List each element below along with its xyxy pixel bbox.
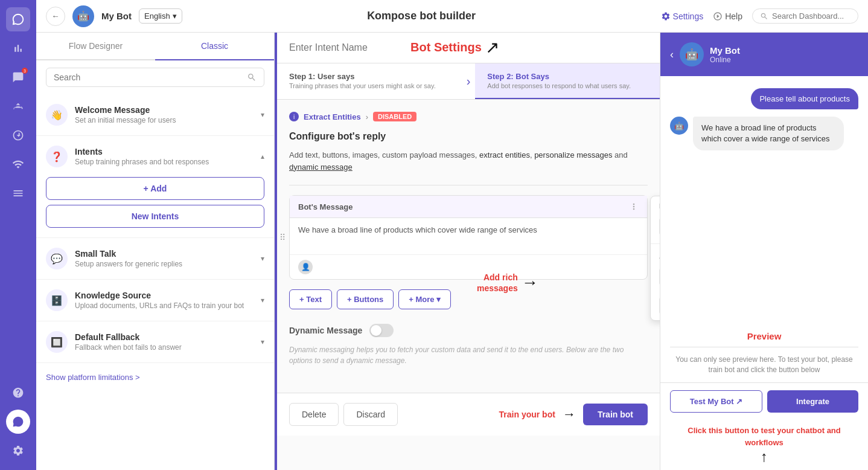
actions-section-label: ACTIONS [651, 246, 660, 262]
test-bot-button[interactable]: Test My Bot ↗ [670, 390, 762, 413]
welcome-section: 👋 Welcome Message Set an initial message… [36, 94, 274, 136]
click-note-area: Click this button to test your chatbot a… [660, 420, 868, 470]
language-select[interactable]: English ▾ [139, 8, 182, 24]
panel-search-input[interactable] [54, 72, 242, 82]
person-row: 👤 [290, 254, 647, 279]
settings-arrow-icon: ↗ [485, 37, 499, 57]
nav-users-icon[interactable] [6, 94, 30, 118]
add-intent-button[interactable]: + Add [46, 177, 264, 200]
extract-entities-link[interactable]: Extract Entities [304, 112, 361, 121]
search-box[interactable] [752, 8, 858, 24]
nav-analytics-icon[interactable] [6, 36, 30, 60]
fallback-title: Default Fallback [75, 332, 254, 342]
fallback-icon: 🔲 [46, 331, 68, 353]
step2-box[interactable]: Step 2: Bot Says Add bot responses to re… [475, 63, 660, 99]
step1-title: Step 1: User says [289, 72, 450, 81]
custom-item[interactable]: </> Custom Custom Payload [651, 291, 660, 320]
nav-logs-icon[interactable] [6, 181, 30, 205]
rich-messages-dropdown: RICH MESSAGES 🖼️ Image Image with captio… [650, 196, 660, 321]
youtube-icon [713, 11, 723, 21]
rich-messages-annot-text: Add richmessages [477, 272, 518, 294]
sidebar-navigation: 3 [0, 0, 36, 470]
panel-search-box[interactable] [46, 68, 264, 87]
middle-panel: Step 1: User says Training phrases that … [275, 33, 660, 470]
nav-builder-icon[interactable] [6, 123, 30, 147]
search-input[interactable] [772, 11, 850, 21]
preview-back-icon[interactable]: ‹ [670, 48, 674, 61]
help-button[interactable]: Help [713, 11, 742, 21]
image-icon: 🖼️ [659, 218, 660, 235]
image-rich-item[interactable]: 🖼️ Image Image with caption [651, 212, 660, 241]
intents-text: Intents Setup training phrases and bot r… [75, 147, 254, 166]
knowledge-section: 🗄️ Knowledge Source Upload documents, UR… [36, 280, 274, 321]
chevron-down-icon: ▾ [173, 11, 177, 21]
preview-header: ‹ 🤖 My Bot Online [660, 33, 868, 76]
dynamic-toggle[interactable] [369, 324, 394, 337]
preview-panel: ‹ 🤖 My Bot Online Please tell about prod… [660, 33, 868, 470]
intents-icon: ❓ [46, 146, 68, 167]
train-bot-button[interactable]: Train bot [583, 404, 648, 425]
smalltalk-header[interactable]: 💬 Small Talk Setup answers for generic r… [36, 238, 274, 279]
settings-label: Settings [673, 11, 704, 21]
nav-livechat-icon[interactable] [6, 410, 30, 434]
new-intents-button[interactable]: New Intents [46, 205, 264, 228]
delete-button[interactable]: Delete [289, 403, 339, 426]
nav-chat-icon[interactable] [6, 7, 30, 31]
fallback-header[interactable]: 🔲 Default Fallback Fallback when bot fai… [36, 321, 274, 362]
preview-footer: Test My Bot ↗ Integrate [660, 382, 868, 420]
smalltalk-text: Small Talk Setup answers for generic rep… [75, 249, 254, 268]
back-button[interactable]: ← [46, 7, 65, 26]
fallback-subtitle: Fallback when bot fails to answer [75, 343, 254, 352]
message-card-header: Bot's Message [290, 196, 647, 218]
extract-entities-bar: i Extract Entities › DISABLED [289, 112, 648, 121]
designer-tabs: Flow Designer Classic [36, 33, 274, 60]
content-area: Flow Designer Classic 👋 Welcome Message … [36, 33, 868, 470]
rich-messages-annotation: Add richmessages → [477, 272, 538, 294]
welcome-icon: 👋 [46, 104, 68, 126]
page-title: Kompose bot builder [190, 10, 654, 22]
step1-box[interactable]: Step 1: User says Training phrases that … [277, 63, 462, 99]
knowledge-header[interactable]: 🗄️ Knowledge Source Upload documents, UR… [36, 280, 274, 321]
drag-handle-icon[interactable]: ⠿ [279, 233, 286, 242]
add-more-button[interactable]: + More ▾ [398, 289, 451, 309]
smalltalk-subtitle: Setup answers for generic replies [75, 260, 254, 268]
intents-header[interactable]: ❓ Intents Setup training phrases and bot… [36, 136, 274, 177]
fallback-text: Default Fallback Fallback when bot fails… [75, 332, 254, 352]
intents-title: Intents [75, 147, 254, 156]
preview-label-text: Preview [747, 331, 782, 341]
welcome-header[interactable]: 👋 Welcome Message Set an initial message… [36, 94, 274, 135]
nav-broadcast-icon[interactable] [6, 152, 30, 176]
user-chat-bubble: Please tell about products [751, 88, 858, 109]
left-panel: Flow Designer Classic 👋 Welcome Message … [36, 33, 275, 470]
bot-avatar: 🤖 [72, 5, 94, 27]
personalize-link[interactable]: personalize messages [534, 150, 612, 159]
toggle-circle [371, 325, 381, 336]
integrate-button[interactable]: Integrate [767, 390, 858, 413]
bot-settings-annot-text: Bot Settings [410, 40, 482, 54]
nav-settings-icon[interactable] [6, 439, 30, 463]
dynamic-link[interactable]: dynamic message [289, 163, 353, 172]
bot-bubble-row: 🤖 We have a broad line of products which… [670, 117, 858, 150]
preview-status: Online [710, 56, 740, 64]
tab-flow-designer[interactable]: Flow Designer [36, 33, 155, 59]
knowledge-subtitle: Upload documents, URLs and FAQs to train… [75, 301, 254, 310]
settings-button[interactable]: Settings [661, 11, 704, 21]
add-text-button[interactable]: + Text [289, 289, 332, 309]
tab-classic[interactable]: Classic [155, 33, 274, 60]
nav-messages-icon[interactable]: 3 [6, 65, 30, 89]
configure-title: Configure bot's reply [289, 131, 648, 142]
person-icon: 👤 [298, 260, 313, 274]
step-arrow-icon: › [462, 63, 476, 99]
info-icon[interactable]: i [289, 112, 299, 121]
bot-mini-avatar: 🤖 [670, 117, 688, 135]
add-buttons-button[interactable]: + Buttons [337, 289, 394, 309]
train-your-bot-label: Train your bot [499, 410, 555, 419]
more-options-icon[interactable] [629, 202, 639, 211]
extract-entities-link2[interactable]: extract entities [479, 150, 530, 159]
discard-button[interactable]: Discard [343, 403, 397, 426]
handover-item[interactable]: 👥 Handover Assign to human agents [651, 262, 660, 291]
nav-help-icon[interactable] [6, 381, 30, 405]
click-note-text: Click this button to test your chatbot a… [670, 425, 858, 448]
step2-sub: Add bot responses to respond to what use… [487, 82, 648, 89]
show-limits-link[interactable]: Show platform limitations > [36, 363, 274, 391]
